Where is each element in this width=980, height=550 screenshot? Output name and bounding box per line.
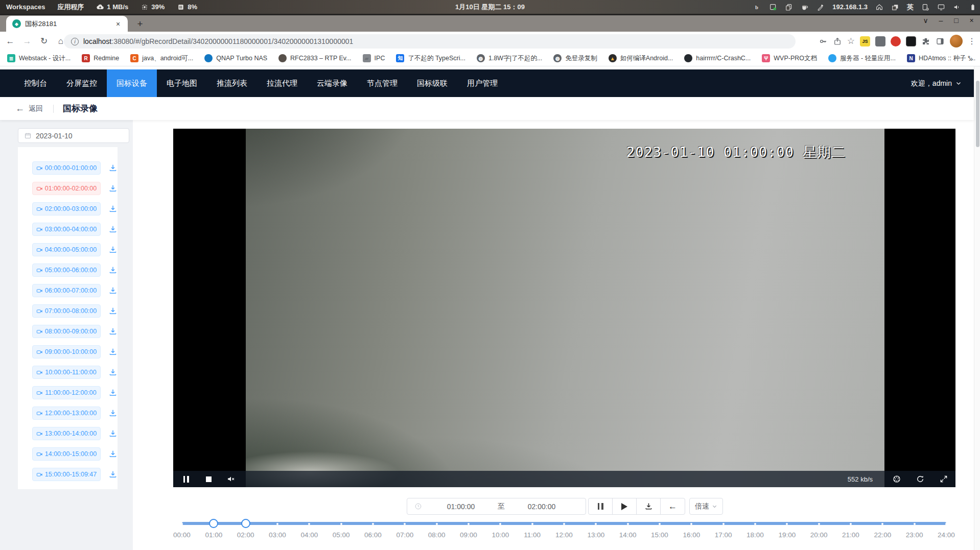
nav-tab-1[interactable]: 控制台	[14, 69, 57, 97]
recording-segment-button[interactable]: 15:00:00-15:09:47	[32, 468, 101, 481]
download-recording-icon[interactable]	[108, 347, 118, 356]
mute-icon[interactable]	[225, 473, 237, 485]
nav-tab-9[interactable]: 国标级联	[407, 69, 457, 97]
timeline-hour-stop[interactable]	[181, 523, 183, 525]
timeline-hour-stop[interactable]	[340, 523, 342, 525]
page-scrollbar[interactable]	[974, 66, 980, 550]
bookmark-item[interactable]: 服务器 - 轻量应用...	[828, 54, 896, 63]
end-time-value[interactable]: 02:00:00	[505, 503, 578, 511]
timeline-hour-stop[interactable]	[372, 523, 374, 525]
share-icon[interactable]	[833, 37, 842, 46]
download-recording-icon[interactable]	[108, 409, 118, 418]
playback-speed-dropdown[interactable]: 倍速	[689, 498, 723, 515]
download-recording-icon[interactable]	[108, 368, 118, 377]
bookmark-item[interactable]: RFC2833 – RTP Ev...	[278, 54, 352, 62]
bookmark-item[interactable]: ▲如何编译Android...	[609, 54, 673, 63]
recording-segment-button[interactable]: 05:00:00-06:00:00	[32, 264, 101, 277]
download-recording-icon[interactable]	[108, 388, 118, 397]
adblock-extension-icon[interactable]	[891, 36, 901, 46]
timeline-hour-stop[interactable]	[722, 523, 725, 525]
home-icon[interactable]	[875, 3, 883, 11]
back-link[interactable]: 返回	[29, 104, 43, 113]
battery-icon[interactable]	[969, 3, 977, 11]
user-menu[interactable]: 欢迎，admin	[911, 69, 962, 97]
nav-tab-4[interactable]: 电子地图	[157, 69, 207, 97]
download-recording-icon[interactable]	[108, 286, 118, 295]
tab-search-icon[interactable]: ∨	[921, 16, 930, 25]
bing-icon[interactable]: b	[753, 3, 761, 11]
timeline-hour-stop[interactable]	[914, 523, 916, 525]
timeline-hour-stop[interactable]	[595, 523, 597, 525]
back-icon[interactable]: ←	[4, 36, 17, 46]
download-recording-icon[interactable]	[108, 245, 118, 254]
bookmark-item[interactable]: hairrrrr/C-CrashC...	[684, 54, 751, 62]
nav-tab-5[interactable]: 推流列表	[207, 69, 257, 97]
js-extension-icon[interactable]: JS	[860, 36, 870, 46]
timeline-hour-stop[interactable]	[276, 523, 278, 525]
download-recording-icon[interactable]	[108, 449, 118, 459]
side-panel-icon[interactable]	[936, 37, 945, 46]
recording-segment-button[interactable]: 14:00:00-15:00:00	[32, 447, 101, 461]
recording-segment-button[interactable]: 11:00:00-12:00:00	[32, 386, 101, 399]
nav-tab-2[interactable]: 分屏监控	[57, 69, 107, 97]
bookmark-item[interactable]: QNAP Turbo NAS	[204, 54, 267, 62]
pause-icon[interactable]	[180, 473, 192, 485]
timeline-hour-stop[interactable]	[850, 523, 852, 525]
bookmark-star-icon[interactable]: ☆	[847, 36, 855, 46]
recording-segment-button[interactable]: 12:00:00-13:00:00	[32, 406, 101, 420]
timeline-hour-stop[interactable]	[818, 523, 820, 525]
timeline-hour-stop[interactable]	[308, 523, 310, 525]
timeline-hour-stop[interactable]	[563, 523, 565, 525]
applications-button[interactable]: 应用程序	[57, 3, 84, 12]
timeline-hour-stop[interactable]	[754, 523, 756, 525]
new-tab-button[interactable]: +	[134, 18, 146, 30]
monkey-extension-icon[interactable]	[875, 36, 885, 46]
clipboard-manager-icon[interactable]	[785, 3, 793, 11]
bookmark-item[interactable]: RRedmine	[82, 54, 119, 62]
timeline-hour-stop[interactable]	[499, 523, 501, 525]
timeline-hour-stop[interactable]	[690, 523, 692, 525]
reload-icon[interactable]: ↻	[37, 36, 51, 46]
start-time-value[interactable]: 01:00:00	[424, 503, 498, 511]
bookmark-item[interactable]: ◍免登录复制	[553, 54, 597, 63]
refresh-icon[interactable]	[915, 473, 926, 485]
dark-extension-icon[interactable]	[906, 36, 916, 46]
download-recording-icon[interactable]	[108, 163, 118, 173]
recording-segment-button[interactable]: 07:00:00-08:00:00	[32, 304, 101, 318]
tab-close-icon[interactable]: ×	[113, 19, 123, 29]
stop-icon[interactable]	[203, 473, 214, 485]
workspaces-tray-icon[interactable]	[891, 3, 899, 11]
bookmarks-overflow-icon[interactable]: »	[969, 54, 973, 63]
phone-link-icon[interactable]: ?	[921, 3, 929, 11]
timeline-hour-stop[interactable]	[404, 523, 406, 525]
window-close-icon[interactable]: ×	[967, 16, 976, 25]
bookmark-item[interactable]: ◍1.8W字|了不起的...	[477, 54, 542, 63]
forward-icon[interactable]: →	[20, 36, 34, 46]
extensions-puzzle-icon[interactable]	[921, 37, 930, 46]
timeline-hour-stop[interactable]	[436, 523, 438, 525]
seek-back-button[interactable]: ←	[661, 498, 685, 514]
download-recording-icon[interactable]	[108, 204, 118, 213]
timeline-slider[interactable]: 00:0001:0002:0003:0004:0005:0006:0007:00…	[182, 518, 947, 542]
nav-tab-10[interactable]: 用户管理	[457, 69, 507, 97]
address-bar[interactable]: i localhost:38080/#/gbRecordDetail/34020…	[64, 34, 796, 49]
recording-segment-button[interactable]: 06:00:00-07:00:00	[32, 284, 101, 297]
download-recording-icon[interactable]	[108, 429, 118, 438]
download-recording-icon[interactable]	[108, 327, 118, 336]
timeline-hour-stop[interactable]	[627, 523, 629, 525]
download-button[interactable]	[637, 498, 661, 514]
fullscreen-icon[interactable]	[938, 473, 949, 485]
recording-segment-button[interactable]: 02:00:00-03:00:00	[32, 202, 101, 216]
screenshot-tool-icon[interactable]	[769, 3, 777, 11]
bookmark-item[interactable]: Cjava、android可...	[130, 54, 193, 63]
recording-segment-button[interactable]: 00:00:00-01:00:00	[32, 161, 101, 175]
timeline-hour-stop[interactable]	[531, 523, 533, 525]
color-picker-icon[interactable]	[816, 3, 825, 11]
play-button[interactable]	[613, 498, 637, 514]
time-range-picker[interactable]: 01:00:00 至 02:00:00	[407, 498, 586, 515]
password-key-icon[interactable]	[819, 37, 828, 46]
video-player[interactable]: 2023-01-10 01:00:00 星期二 552 kb/s	[173, 129, 955, 487]
timeline-hour-stop[interactable]	[881, 523, 883, 525]
timeline-hour-stop[interactable]	[659, 523, 661, 525]
browser-tab[interactable]: ◆ 国标28181 ×	[6, 16, 128, 32]
